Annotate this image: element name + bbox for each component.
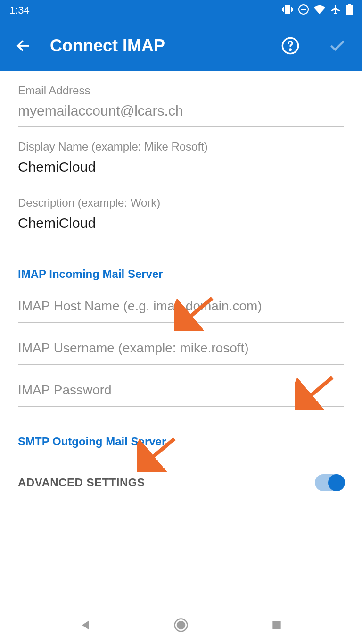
airplane-icon [330,4,341,17]
description-field-group[interactable]: Description (example: Work) ChemiCloud [18,183,344,239]
imap-username-placeholder: IMAP Username (example: mike.rosoft) [18,341,344,356]
app-bar: Connect IMAP [0,21,362,71]
imap-password-input[interactable]: IMAP Password [18,365,344,407]
status-icons [282,4,353,17]
display-name-label: Display Name (example: Mike Rosoft) [18,140,344,153]
status-time: 1:34 [9,4,30,17]
email-label: Email Address [18,84,344,97]
back-button[interactable] [14,36,33,55]
help-button[interactable] [280,35,301,56]
description-value: ChemiCloud [18,215,344,232]
email-value: myemailaccount@lcars.ch [18,103,344,120]
nav-back-button[interactable] [76,616,95,635]
nav-bar [0,606,362,644]
imap-section-header: IMAP Incoming Mail Server [18,239,344,281]
smtp-section-header: SMTP Outgoing Mail Server [18,407,344,448]
confirm-button[interactable] [327,35,348,56]
advanced-settings-row: ADVANCED SETTINGS [0,458,362,503]
advanced-settings-toggle[interactable] [315,474,344,491]
description-label: Description (example: Work) [18,196,344,209]
wifi-icon [314,4,325,17]
app-title: Connect IMAP [50,36,263,56]
svg-point-4 [290,49,291,50]
nav-home-button[interactable] [172,616,190,635]
svg-rect-13 [272,621,280,629]
battery-icon [346,4,353,17]
nav-recent-button[interactable] [267,616,286,635]
vibrate-icon [282,4,293,17]
imap-password-placeholder: IMAP Password [18,383,344,398]
imap-host-input[interactable]: IMAP Host Name (e.g. imap.domain.com) [18,281,344,323]
imap-username-input[interactable]: IMAP Username (example: mike.rosoft) [18,323,344,365]
display-name-field-group[interactable]: Display Name (example: Mike Rosoft) Chem… [18,127,344,183]
svg-point-12 [177,621,185,629]
form-content: Email Address myemailaccount@lcars.ch Di… [0,71,362,448]
dnd-icon [298,4,309,17]
email-field-group[interactable]: Email Address myemailaccount@lcars.ch [18,71,344,127]
imap-host-placeholder: IMAP Host Name (e.g. imap.domain.com) [18,299,344,314]
status-bar: 1:34 [0,0,362,21]
advanced-settings-label: ADVANCED SETTINGS [18,476,145,489]
display-name-value: ChemiCloud [18,159,344,176]
toggle-knob [328,474,345,491]
